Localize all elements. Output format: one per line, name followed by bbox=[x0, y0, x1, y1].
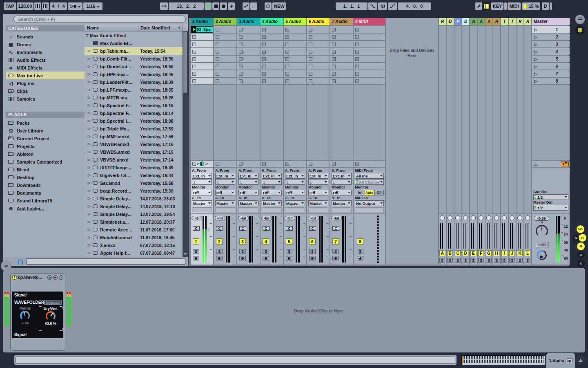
audio-to-select[interactable]: Master bbox=[285, 200, 305, 206]
return-activator-button[interactable]: I bbox=[501, 250, 507, 256]
scene-row-4[interactable]: ▷4 bbox=[532, 48, 570, 55]
clip-stop-button[interactable] bbox=[262, 43, 266, 46]
sidebar-item-max-for-live[interactable]: Max for Live bbox=[6, 72, 85, 79]
return-activator-button[interactable]: E bbox=[470, 250, 476, 256]
clip-stop-button[interactable] bbox=[285, 43, 289, 46]
scene-play-icon[interactable]: ▷ bbox=[534, 79, 537, 83]
clip-stop-button[interactable] bbox=[216, 72, 219, 76]
record-button[interactable] bbox=[220, 2, 227, 10]
clip-stop-button[interactable] bbox=[309, 57, 312, 61]
clip-stop-button[interactable] bbox=[262, 79, 266, 83]
clip-slot[interactable] bbox=[284, 63, 306, 70]
file-row-root-folder[interactable]: ▽Max Audio Effect bbox=[85, 31, 183, 39]
send-knob[interactable] bbox=[486, 215, 491, 220]
scene-play-icon[interactable]: ▷ bbox=[534, 27, 537, 32]
arm-button[interactable] bbox=[239, 256, 246, 260]
scene-row-6[interactable]: ▷6 bbox=[532, 63, 570, 70]
send-knob[interactable] bbox=[471, 215, 476, 220]
solo-button[interactable]: S bbox=[517, 258, 523, 263]
solo-button[interactable]: S bbox=[286, 249, 292, 254]
disk-overload-indicator[interactable]: D bbox=[542, 2, 549, 10]
sidebar-item-user-library[interactable]: ΩUser Library bbox=[6, 127, 85, 135]
clip-slot[interactable] bbox=[354, 26, 385, 33]
master-solo-button[interactable]: Solo bbox=[536, 242, 549, 247]
clip-slot[interactable] bbox=[261, 70, 283, 77]
clip-stop-button[interactable] bbox=[285, 57, 289, 61]
clip-stop-button[interactable] bbox=[192, 162, 196, 166]
clip-stop-button[interactable] bbox=[355, 43, 359, 46]
arm-button[interactable] bbox=[332, 256, 339, 260]
scene-row-1[interactable]: ▷1 bbox=[532, 26, 570, 33]
clip-stop-button[interactable] bbox=[216, 43, 219, 46]
clip-stop-button[interactable] bbox=[332, 28, 336, 31]
scene-play-icon[interactable]: ▷ bbox=[534, 72, 537, 76]
track-title[interactable]: 1 Audio bbox=[191, 18, 213, 25]
return-activator-button[interactable]: D bbox=[463, 250, 468, 256]
arm-button[interactable] bbox=[263, 256, 269, 260]
return-activator-button[interactable]: L bbox=[525, 250, 530, 256]
solo-button[interactable]: S bbox=[478, 258, 484, 263]
show-io-toggle[interactable]: I-O bbox=[577, 225, 584, 233]
expander-icon[interactable]: ▷ bbox=[88, 166, 92, 169]
clip-slot[interactable] bbox=[214, 34, 236, 40]
return-track-title[interactable]: A bbox=[478, 18, 485, 25]
splitter-handle[interactable] bbox=[504, 2, 507, 10]
clip-slot[interactable] bbox=[307, 70, 330, 77]
nudge-down-button[interactable] bbox=[34, 2, 41, 10]
input-channel-select[interactable]: 1 bbox=[285, 179, 305, 185]
sidebar-item-plug-ins[interactable]: ◁Plug-ins bbox=[6, 79, 85, 87]
tap-tempo-button[interactable]: TAP bbox=[4, 2, 16, 10]
clip-slot[interactable] bbox=[354, 63, 385, 70]
clip-slot[interactable] bbox=[214, 26, 236, 33]
name-column-header[interactable]: Name bbox=[85, 25, 138, 30]
solo-button[interactable]: S bbox=[239, 249, 246, 254]
clip-stop-button[interactable] bbox=[239, 50, 243, 54]
clip-stop-button[interactable] bbox=[309, 162, 312, 166]
clip-slot[interactable] bbox=[307, 48, 330, 55]
clip-stop-button[interactable] bbox=[262, 57, 266, 61]
clip-stop-button[interactable] bbox=[309, 35, 312, 39]
selected-track-tab[interactable]: 1-Audio bp bbox=[546, 353, 575, 368]
input-channel-select[interactable]: 1 bbox=[238, 179, 258, 185]
quantization-menu[interactable]: 1/16 bbox=[83, 2, 102, 10]
clip-slot[interactable] bbox=[354, 56, 385, 62]
file-row[interactable]: ▷bp.MFFB.ma...Yesterday, 18:26 bbox=[85, 94, 183, 101]
return-track-title[interactable]: D bbox=[447, 18, 454, 25]
clip-slot[interactable] bbox=[237, 48, 260, 55]
audio-from-select[interactable]: Ext. In bbox=[332, 173, 352, 179]
clip-slot[interactable] bbox=[214, 78, 236, 84]
midi-to-select[interactable]: No Output bbox=[355, 200, 384, 206]
monitor-select[interactable]: Off bbox=[262, 190, 282, 195]
automation-arm-button[interactable] bbox=[243, 2, 249, 10]
monitor-off-button[interactable]: Off bbox=[374, 190, 384, 195]
clip-stop-button[interactable] bbox=[239, 28, 243, 31]
clip-slot[interactable] bbox=[307, 26, 330, 33]
file-row[interactable]: ▷bp.DiodeLad...Yesterday, 18:50 bbox=[85, 63, 183, 70]
sidebar-item-current-project[interactable]: Current Project bbox=[6, 135, 85, 142]
audio-from-select[interactable]: Ext. In bbox=[192, 173, 212, 179]
file-row[interactable]: ▷bp.LadderFilt...Yesterday, 18:39 bbox=[85, 78, 183, 86]
track-activator-button[interactable]: 3 bbox=[239, 238, 246, 245]
track-title[interactable]: 3 Audio bbox=[237, 18, 260, 25]
file-row[interactable]: ▷Simpleest.a...12.07.2018, 20:37 bbox=[85, 218, 183, 226]
clip-stop-button[interactable] bbox=[262, 162, 266, 166]
volume-display[interactable]: -5 bbox=[192, 216, 202, 220]
audio-to-select[interactable]: Master bbox=[238, 200, 258, 206]
monitor-select[interactable]: Off bbox=[285, 190, 305, 195]
input-channel-select[interactable]: 1 bbox=[332, 179, 352, 185]
show-returns-toggle[interactable]: R bbox=[579, 234, 586, 242]
nudge-up-button[interactable] bbox=[42, 2, 49, 10]
monitor-select[interactable]: Off bbox=[332, 190, 352, 195]
return-activator-button[interactable]: F bbox=[478, 250, 484, 256]
clip-slot[interactable] bbox=[354, 41, 385, 47]
track-activator-button[interactable]: 8 bbox=[357, 238, 363, 245]
track-activator-button[interactable]: 5 bbox=[286, 238, 292, 245]
sidebar-item-packs[interactable]: Packs bbox=[6, 119, 85, 127]
fader-handle[interactable] bbox=[254, 215, 256, 219]
clip-slot[interactable]: 03_Spa bbox=[191, 26, 213, 33]
fader-handle[interactable] bbox=[347, 215, 350, 219]
return-track-title[interactable]: R bbox=[439, 18, 446, 25]
clip-stop-button[interactable] bbox=[332, 35, 336, 39]
expander-icon[interactable]: ▷ bbox=[88, 236, 92, 239]
expander-icon[interactable]: ▷ bbox=[88, 181, 92, 185]
